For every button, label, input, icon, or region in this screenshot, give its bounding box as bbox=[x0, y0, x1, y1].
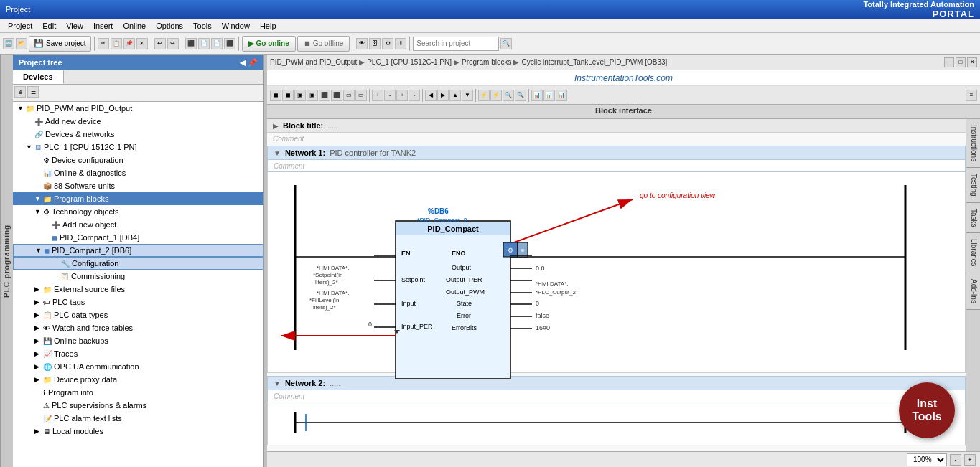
block-btn-15[interactable]: ▲ bbox=[449, 90, 461, 101]
tree-item-dev-config[interactable]: ⚙ Device configuration bbox=[13, 154, 263, 166]
tree-item-add-obj[interactable]: ➕ Add new object bbox=[13, 218, 263, 231]
block-btn-8[interactable]: ▭ bbox=[355, 90, 367, 101]
zoom-out-btn[interactable]: - bbox=[950, 454, 961, 466]
tree-item-root[interactable]: ▼ 📁 PID_PWM and PID_Output bbox=[13, 102, 263, 115]
tab-devices[interactable]: Devices bbox=[13, 70, 64, 84]
backups-expand-icon[interactable]: ▶ bbox=[34, 337, 43, 344]
tree-pin-icon[interactable]: 📌 bbox=[248, 58, 258, 67]
menu-project[interactable]: Project bbox=[3, 21, 37, 31]
block-btn-10[interactable]: - bbox=[384, 90, 396, 101]
tree-item-plc-data-types[interactable]: ▶ 📋 PLC data types bbox=[13, 308, 263, 321]
block-btn-right[interactable]: ≡ bbox=[966, 90, 977, 101]
block-btn-2[interactable]: ◼ bbox=[282, 90, 294, 101]
tree-item-sw-units[interactable]: 📦 88 Software units bbox=[13, 179, 263, 192]
tree-item-tech-obj[interactable]: ▼ ⚙ Technology objects bbox=[13, 205, 263, 218]
local-expand-icon[interactable]: ▶ bbox=[34, 428, 43, 435]
undo-icon[interactable]: ↩ bbox=[154, 38, 166, 49]
redo-icon[interactable]: ↪ bbox=[167, 38, 179, 49]
db-icon[interactable]: 🗄 bbox=[369, 38, 381, 49]
section-expand-block-title[interactable]: ▶ bbox=[273, 122, 279, 130]
block-btn-23[interactable]: 📊 bbox=[556, 90, 567, 101]
block-btn-3[interactable]: ▣ bbox=[294, 90, 306, 101]
tree-item-online-diag[interactable]: 📊 Online & diagnostics bbox=[13, 166, 263, 179]
go-offline-button[interactable]: ⏹ Go offline bbox=[297, 36, 350, 52]
open-icon[interactable]: 📂 bbox=[16, 38, 27, 49]
monitor-icon[interactable]: 👁 bbox=[356, 38, 368, 49]
toolbar-btn1[interactable]: ⬛ bbox=[185, 38, 197, 49]
tree-collapse-icon[interactable]: ◀ bbox=[240, 58, 246, 67]
menu-edit[interactable]: Edit bbox=[37, 21, 61, 31]
tree-item-program-info[interactable]: ℹ Program info bbox=[13, 386, 263, 399]
block-btn-9[interactable]: + bbox=[372, 90, 383, 101]
tree-btn1[interactable]: 🖥 bbox=[14, 86, 26, 98]
tree-item-configuration[interactable]: 🔧 Configuration bbox=[13, 257, 263, 270]
block-btn-11[interactable]: + bbox=[396, 90, 408, 101]
tree-item-opc-ua[interactable]: ▶ 🌐 OPC UA communication bbox=[13, 360, 263, 373]
traces-expand-icon[interactable]: ▶ bbox=[34, 350, 43, 357]
tree-item-device-proxy[interactable]: ▶ 📁 Device proxy data bbox=[13, 373, 263, 386]
tree-item-plc-alarm-text[interactable]: 📝 PLC alarm text lists bbox=[13, 412, 263, 425]
block-btn-4[interactable]: ▣ bbox=[307, 90, 318, 101]
window-maximize-btn[interactable]: □ bbox=[956, 57, 966, 67]
tech-expand-icon[interactable]: ▼ bbox=[34, 208, 43, 215]
block-btn-21[interactable]: 📊 bbox=[531, 90, 543, 101]
right-panel-tab-testing[interactable]: Testing bbox=[966, 168, 980, 203]
block-btn-7[interactable]: ▭ bbox=[343, 90, 355, 101]
menu-online[interactable]: Online bbox=[118, 21, 151, 31]
tree-item-commissioning[interactable]: 📋 Commissioning bbox=[13, 270, 263, 283]
menu-view[interactable]: View bbox=[61, 21, 88, 31]
section-expand-net2[interactable]: ▼ bbox=[274, 379, 281, 387]
data-types-expand-icon[interactable]: ▶ bbox=[34, 311, 43, 319]
block-btn-19[interactable]: 🔍 bbox=[503, 90, 514, 101]
cut-icon[interactable]: ✂ bbox=[98, 38, 109, 49]
root-expand-icon[interactable]: ▼ bbox=[17, 105, 26, 112]
toolbar-btn3[interactable]: 📄 bbox=[211, 38, 223, 49]
tree-item-pid2[interactable]: ▼ ◼ PID_Compact_2 [DB6] bbox=[13, 244, 263, 257]
tree-item-plc1[interactable]: ▼ 🖥 PLC_1 [CPU 1512C-1 PN] bbox=[13, 141, 263, 154]
tree-item-plc-tags[interactable]: ▶ 🏷 PLC tags bbox=[13, 296, 263, 308]
menu-options[interactable]: Options bbox=[151, 21, 188, 31]
block-btn-12[interactable]: - bbox=[409, 90, 420, 101]
download-icon[interactable]: ⬇ bbox=[395, 38, 406, 49]
search-input[interactable] bbox=[413, 37, 499, 51]
proxy-expand-icon[interactable]: ▶ bbox=[34, 376, 43, 383]
save-project-button[interactable]: 💾 Save project bbox=[29, 36, 91, 52]
paste-icon[interactable]: 📌 bbox=[123, 38, 135, 49]
compile-icon[interactable]: ⚙ bbox=[382, 38, 393, 49]
right-panel-tab-addins[interactable]: Add-ins bbox=[966, 273, 980, 310]
zoom-in-btn[interactable]: + bbox=[964, 454, 976, 466]
pid2-expand-icon[interactable]: ▼ bbox=[35, 247, 44, 254]
right-panel-tab-libraries[interactable]: Libraries bbox=[966, 233, 980, 273]
block-btn-16[interactable]: ▼ bbox=[462, 90, 473, 101]
delete-icon[interactable]: ✕ bbox=[136, 38, 148, 49]
tree-btn2[interactable]: ☰ bbox=[27, 86, 39, 98]
block-btn-22[interactable]: 📊 bbox=[543, 90, 555, 101]
plc1-expand-icon[interactable]: ▼ bbox=[26, 143, 34, 151]
menu-tools[interactable]: Tools bbox=[188, 21, 217, 31]
right-panel-tab-instructions[interactable]: Instructions bbox=[966, 119, 980, 168]
tree-item-local-modules[interactable]: ▶ 🖥 Local modules bbox=[13, 425, 263, 438]
block-btn-18[interactable]: ⚡ bbox=[490, 90, 502, 101]
tags-expand-icon[interactable]: ▶ bbox=[34, 298, 43, 306]
window-close-btn[interactable]: ✕ bbox=[967, 57, 977, 67]
opc-expand-icon[interactable]: ▶ bbox=[34, 363, 43, 370]
block-btn-17[interactable]: ⚡ bbox=[478, 90, 490, 101]
tree-item-watch-force[interactable]: ▶ 👁 Watch and force tables bbox=[13, 321, 263, 334]
right-panel-tab-tasks[interactable]: Tasks bbox=[966, 203, 980, 234]
block-btn-20[interactable]: 🔍 bbox=[515, 90, 526, 101]
ext-expand-icon[interactable]: ▶ bbox=[34, 286, 43, 293]
block-btn-14[interactable]: ▶ bbox=[437, 90, 449, 101]
tree-item-traces[interactable]: ▶ 📈 Traces bbox=[13, 347, 263, 360]
new-project-icon[interactable]: 🆕 bbox=[3, 38, 14, 49]
tree-item-plc-sup[interactable]: ⚠ PLC supervisions & alarms bbox=[13, 399, 263, 412]
tree-item-devices-networks[interactable]: 🔗 Devices & networks bbox=[13, 128, 263, 141]
block-btn-5[interactable]: ⬛ bbox=[319, 90, 330, 101]
zoom-select[interactable]: 100% 75% 150% bbox=[907, 453, 947, 466]
block-btn-1[interactable]: ◼ bbox=[270, 90, 281, 101]
search-icon[interactable]: 🔍 bbox=[500, 38, 512, 49]
section-expand-net1[interactable]: ▼ bbox=[274, 149, 281, 157]
tree-item-pid1[interactable]: ◼ PID_Compact_1 [DB4] bbox=[13, 231, 263, 244]
watch-expand-icon[interactable]: ▶ bbox=[34, 324, 43, 331]
menu-help[interactable]: Help bbox=[255, 21, 281, 31]
tree-item-ext-sources[interactable]: ▶ 📁 External source files bbox=[13, 283, 263, 296]
